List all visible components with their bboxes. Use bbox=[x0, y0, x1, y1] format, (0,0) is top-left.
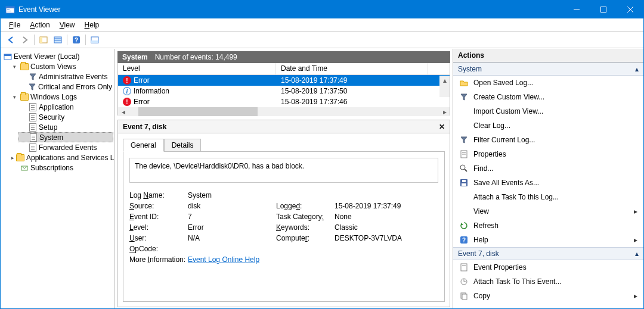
tree-forwarded[interactable]: Forwarded Events bbox=[18, 142, 113, 152]
tree-subscriptions[interactable]: Subscriptions bbox=[10, 163, 113, 173]
tree-admin-events[interactable]: Administrative Events bbox=[18, 71, 113, 82]
tree-windows-logs[interactable]: ▾Windows Logs bbox=[10, 92, 113, 102]
action-attach-task-log[interactable]: Attach a Task To this Log... bbox=[453, 190, 643, 204]
menu-view[interactable]: View bbox=[55, 20, 80, 30]
close-icon[interactable]: ✕ bbox=[436, 121, 447, 132]
label: Open Saved Log... bbox=[473, 79, 533, 87]
action-view[interactable]: View▸ bbox=[453, 204, 643, 219]
logged-label: Logged: bbox=[276, 202, 330, 210]
events-header: System Number of events: 14,499 bbox=[117, 51, 450, 63]
svg-text:?: ? bbox=[75, 37, 78, 43]
tree-security[interactable]: Security bbox=[18, 112, 113, 122]
list-row[interactable]: !Error 15-08-2019 17:37:49 bbox=[118, 75, 450, 86]
source-label: Source: bbox=[129, 202, 183, 210]
label: Clear Log... bbox=[473, 121, 510, 130]
expander-icon[interactable]: ▾ bbox=[11, 93, 18, 100]
logged-value: 15-08-2019 17:37:49 bbox=[335, 202, 442, 210]
opcode-label: OpCode: bbox=[129, 245, 183, 253]
svg-rect-16 bbox=[91, 40, 98, 43]
menu-file[interactable]: File bbox=[4, 20, 25, 30]
window-title: Event Viewer bbox=[18, 5, 563, 14]
col-level[interactable]: Level bbox=[118, 63, 276, 74]
maximize-button[interactable] bbox=[590, 1, 617, 18]
preview-pane-button[interactable] bbox=[88, 33, 101, 46]
expander-icon[interactable]: ▸ bbox=[11, 154, 14, 161]
horizontal-scrollbar[interactable]: ◂▸ bbox=[118, 107, 450, 116]
tab-general[interactable]: General bbox=[123, 139, 164, 152]
user-label: User: bbox=[129, 234, 183, 242]
label: System bbox=[458, 65, 482, 73]
open-icon bbox=[459, 78, 469, 88]
info-icon: i bbox=[123, 87, 131, 95]
moreinfo-label: More Information: bbox=[129, 255, 183, 264]
action-save-all[interactable]: Save All Events As... bbox=[453, 176, 643, 190]
action-properties[interactable]: Properties bbox=[453, 147, 643, 161]
user-value: N/A bbox=[188, 234, 271, 242]
close-button[interactable] bbox=[617, 1, 643, 18]
label: Attach Task To This Event... bbox=[473, 277, 561, 286]
detail-title: Event 7, disk bbox=[118, 120, 450, 133]
tree-setup[interactable]: Setup bbox=[18, 122, 113, 132]
action-create-custom-view[interactable]: Create Custom View... bbox=[453, 90, 643, 104]
tree-application[interactable]: Application bbox=[18, 102, 113, 112]
log-icon bbox=[28, 123, 37, 132]
menu-help[interactable]: Help bbox=[80, 20, 104, 30]
tree-system[interactable]: System bbox=[18, 132, 113, 142]
svg-rect-36 bbox=[462, 294, 467, 299]
expander-icon[interactable]: ▾ bbox=[11, 63, 18, 70]
log-name-value: System bbox=[188, 191, 271, 199]
level-value: Error bbox=[188, 223, 271, 232]
log-name-label: Log Name: bbox=[129, 191, 183, 199]
tree-app-services[interactable]: ▸Applications and Services Lo bbox=[10, 152, 113, 163]
label: Windows Logs bbox=[30, 93, 77, 101]
back-button[interactable] bbox=[4, 33, 17, 46]
toolbar: ? bbox=[1, 32, 643, 48]
keywords-value: Classic bbox=[335, 223, 442, 232]
action-refresh[interactable]: Refresh bbox=[453, 219, 643, 233]
action-event-properties[interactable]: Event Properties bbox=[453, 260, 643, 274]
action-filter-log[interactable]: Filter Current Log... bbox=[453, 133, 643, 147]
menu-action[interactable]: Action bbox=[25, 20, 54, 30]
event-message: The device, \Device\Harddisk0\DR0, has a… bbox=[129, 158, 438, 183]
collapse-icon: ▴ bbox=[635, 249, 639, 258]
label: Event Properties bbox=[473, 263, 527, 271]
list-view-button[interactable] bbox=[51, 33, 64, 46]
action-import-custom-view[interactable]: Import Custom View... bbox=[453, 104, 643, 118]
actions-section-system[interactable]: System▴ bbox=[453, 63, 643, 76]
save-icon bbox=[459, 178, 469, 188]
event-date: 15-08-2019 17:37:50 bbox=[276, 87, 428, 95]
folder-icon bbox=[20, 92, 29, 101]
properties-icon bbox=[459, 263, 469, 272]
task-icon bbox=[459, 277, 469, 286]
svg-rect-30 bbox=[461, 264, 467, 271]
error-icon: ! bbox=[123, 76, 131, 85]
forward-button[interactable] bbox=[18, 33, 32, 46]
action-find[interactable]: Find... bbox=[453, 161, 643, 176]
label: Copy bbox=[473, 292, 490, 300]
action-open-saved-log[interactable]: Open Saved Log... bbox=[453, 76, 643, 90]
minimize-button[interactable] bbox=[563, 1, 590, 18]
col-date[interactable]: Date and Time bbox=[276, 63, 428, 74]
action-help[interactable]: ?Help▸ bbox=[453, 233, 643, 247]
help-button[interactable]: ? bbox=[70, 33, 83, 46]
tab-details[interactable]: Details bbox=[164, 139, 202, 152]
tree-custom-views[interactable]: ▾Custom Views bbox=[10, 61, 113, 71]
tree-root[interactable]: Event Viewer (Local) bbox=[2, 51, 113, 61]
list-row[interactable]: iInformation 15-08-2019 17:37:50 bbox=[118, 86, 450, 96]
action-copy[interactable]: Copy▸ bbox=[453, 289, 643, 303]
actions-section-event[interactable]: Event 7, disk▴ bbox=[453, 247, 643, 260]
tree-critical-errors[interactable]: Critical and Errors Only bbox=[18, 82, 113, 92]
event-log-help-link[interactable]: Event Log Online Help bbox=[188, 255, 259, 264]
event-list: Level Date and Time !Error 15-08-2019 17… bbox=[117, 63, 450, 116]
list-row[interactable]: !Error 15-08-2019 17:37:46 bbox=[118, 96, 450, 107]
svg-line-24 bbox=[465, 169, 467, 171]
computer-value: DESKTOP-3V7LVDA bbox=[335, 234, 442, 242]
vertical-scrollbar[interactable]: ▴ bbox=[439, 76, 450, 97]
taskcat-value: None bbox=[335, 213, 442, 221]
log-icon bbox=[28, 102, 37, 111]
show-tree-button[interactable] bbox=[37, 33, 50, 46]
action-clear-log[interactable]: Clear Log... bbox=[453, 118, 643, 133]
action-attach-task-event[interactable]: Attach Task To This Event... bbox=[453, 274, 643, 289]
eventid-value: 7 bbox=[188, 213, 271, 221]
log-icon bbox=[29, 133, 38, 142]
